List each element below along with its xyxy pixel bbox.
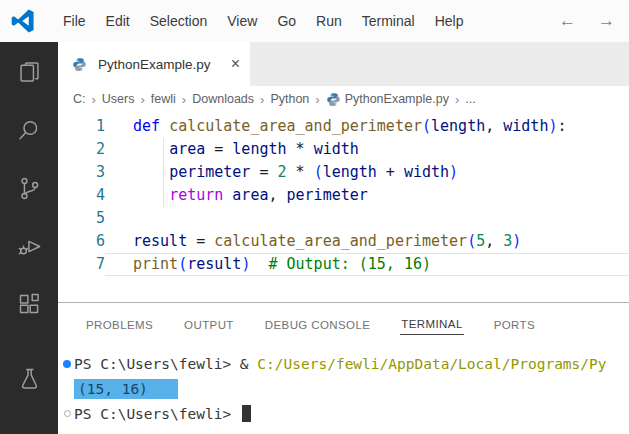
line-number: 6 [58, 230, 105, 253]
activity-item-testing[interactable] [16, 365, 43, 392]
panel-tab-output[interactable]: OUTPUT [183, 315, 235, 335]
terminal-text: PS C:\Users\fewli> & [74, 356, 257, 372]
terminal-selected-text: (15, 16) [74, 379, 178, 399]
files-icon [16, 59, 43, 86]
code-text: area = length * width [105, 138, 359, 161]
terminal-line-1: (15, 16) [58, 376, 629, 401]
code-token [133, 163, 169, 181]
code-token: length [232, 140, 286, 158]
code-token: , [485, 117, 503, 135]
activity-item-run-debug[interactable] [16, 233, 43, 260]
code-token: = [250, 163, 277, 181]
code-token: 5 [476, 232, 485, 250]
code-token: result [187, 255, 241, 273]
tab-pythonexample[interactable]: PythonExample.py × [58, 42, 250, 86]
code-token: perimeter [169, 163, 250, 181]
code-token: width [404, 163, 449, 181]
chevron-right-icon: › [260, 92, 264, 107]
python-icon [72, 57, 87, 72]
search-icon [16, 117, 43, 144]
vscode-logo-icon [11, 9, 35, 33]
activity-item-search[interactable] [16, 117, 43, 144]
code-token: = [187, 232, 214, 250]
breadcrumb-item-0[interactable]: C: [73, 92, 86, 106]
back-arrow-icon[interactable]: ← [559, 0, 576, 42]
menu-bar: FileEditSelectionViewGoRunTerminalHelp [53, 0, 473, 42]
chevron-right-icon: › [182, 92, 186, 107]
code-token [160, 117, 169, 135]
code-text: return area, perimeter [105, 184, 368, 207]
code-token [133, 186, 169, 204]
code-text [105, 207, 133, 230]
chevron-right-icon: › [141, 92, 145, 107]
code-text: result = calculate_area_and_perimeter(5,… [105, 230, 521, 253]
menu-item-help[interactable]: Help [425, 0, 474, 42]
code-token: ( [422, 117, 431, 135]
code-text: def calculate_area_and_perimeter(length,… [105, 115, 567, 138]
activity-bar [0, 42, 58, 434]
menu-item-go[interactable]: Go [267, 0, 306, 42]
command-success-icon[interactable] [63, 360, 71, 368]
code-line-1: 1def calculate_area_and_perimeter(length… [58, 115, 629, 138]
code-line-3: 3 perimeter = 2 * (length + width) [58, 161, 629, 184]
code-line-2: 2 area = length * width [58, 138, 629, 161]
menu-item-view[interactable]: View [217, 0, 267, 42]
command-decoration[interactable] [60, 410, 74, 417]
panel-tab-bar: PROBLEMSOUTPUTDEBUG CONSOLETERMINALPORTS [58, 303, 629, 346]
command-decoration[interactable] [60, 360, 74, 368]
code-line-6: 6result = calculate_area_and_perimeter(5… [58, 230, 629, 253]
breadcrumb-item-4[interactable]: Python [270, 92, 309, 106]
code-token: ( [178, 255, 187, 273]
menu-item-run[interactable]: Run [306, 0, 352, 42]
menu-item-selection[interactable]: Selection [140, 0, 218, 42]
history-navigation: ← → [559, 0, 615, 42]
code-editor[interactable]: 1def calculate_area_and_perimeter(length… [58, 112, 629, 302]
breadcrumb-item-2[interactable]: fewli [151, 92, 176, 106]
menu-item-file[interactable]: File [53, 0, 96, 42]
menu-item-edit[interactable]: Edit [96, 0, 140, 42]
breadcrumb-item-3[interactable]: Downloads [192, 92, 254, 106]
code-token: * [287, 140, 314, 158]
breadcrumb: C:›Users›fewli›Downloads›Python›PythonEx… [58, 86, 629, 112]
menu-item-terminal[interactable]: Terminal [352, 0, 425, 42]
breadcrumb-item-1[interactable]: Users [102, 92, 135, 106]
code-token: result [133, 232, 187, 250]
line-number: 5 [58, 207, 105, 230]
extensions-icon [16, 291, 43, 318]
panel-tab-terminal[interactable]: TERMINAL [400, 314, 463, 335]
line-number: 2 [58, 138, 105, 161]
breadcrumb-item-6[interactable]: ... [465, 92, 475, 106]
code-token: , [268, 186, 286, 204]
code-token: return [169, 186, 223, 204]
terminal-line-0: PS C:\Users\fewli> & C:/Users/fewli/AppD… [58, 351, 629, 376]
source-control-icon [16, 175, 43, 202]
code-token [133, 140, 169, 158]
chevron-right-icon: › [455, 92, 459, 107]
code-token: width [503, 117, 548, 135]
testing-beaker-icon [16, 365, 43, 392]
code-token: ( [314, 163, 323, 181]
forward-arrow-icon[interactable]: → [598, 0, 615, 42]
terminal[interactable]: PS C:\Users\fewli> & C:/Users/fewli/AppD… [58, 346, 629, 434]
close-icon[interactable]: × [231, 56, 240, 72]
code-token: calculate_area_and_perimeter [214, 232, 467, 250]
code-text: perimeter = 2 * (length + width) [105, 161, 458, 184]
panel-tab-problems[interactable]: PROBLEMS [85, 315, 154, 335]
activity-item-explorer[interactable] [16, 59, 43, 86]
terminal-line-2: PS C:\Users\fewli> [58, 401, 629, 426]
terminal-cursor [242, 405, 251, 422]
code-token: def [133, 117, 160, 135]
code-token: * [287, 163, 314, 181]
line-number: 1 [58, 115, 105, 138]
code-token: : [557, 117, 566, 135]
breadcrumb-item-5[interactable]: PythonExample.py [345, 92, 449, 106]
panel-tab-debug-console[interactable]: DEBUG CONSOLE [264, 315, 372, 335]
command-pending-icon[interactable] [64, 410, 71, 417]
activity-item-extensions[interactable] [16, 291, 43, 318]
tab-label: PythonExample.py [98, 57, 211, 72]
chevron-right-icon: › [92, 92, 96, 107]
line-number: 3 [58, 161, 105, 184]
activity-item-source-control[interactable] [16, 175, 43, 202]
panel-tab-ports[interactable]: PORTS [493, 315, 536, 335]
code-token: , [485, 232, 503, 250]
